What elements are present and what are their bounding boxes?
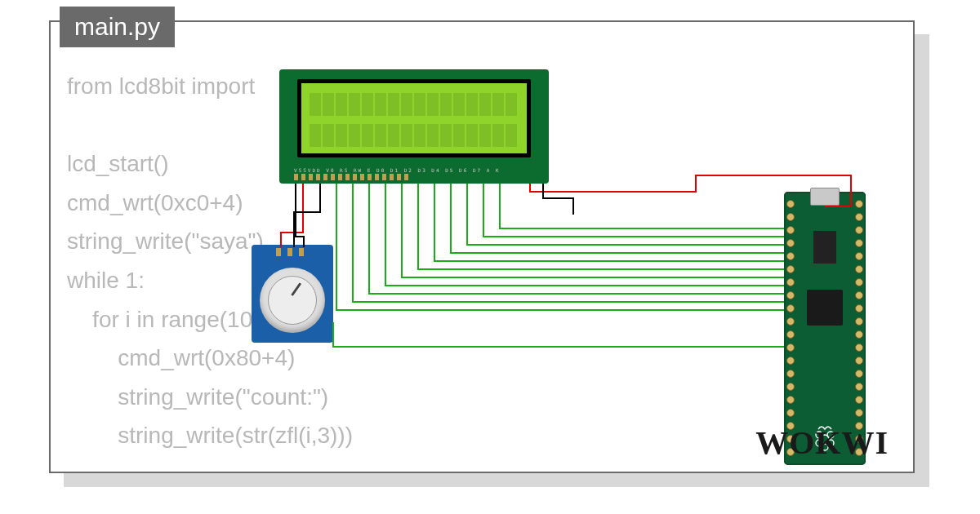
preview-card: from lcd8bit import lcd_start() cmd_wrt(… xyxy=(49,20,915,473)
lcd-pin-labels: VSSVDD V0 RS RW E D0 D1 D2 D3 D4 D5 D6 D… xyxy=(294,167,501,173)
lcd-screen xyxy=(297,79,531,157)
pico-pins-left xyxy=(786,200,795,456)
lcd-row-1 xyxy=(310,93,517,116)
lcd-pin-row xyxy=(294,174,408,180)
lcd-module[interactable]: VSSVDD V0 RS RW E D0 D1 D2 D3 D4 D5 D6 D… xyxy=(279,69,549,184)
pot-pins xyxy=(276,248,304,256)
pico-flash-chip xyxy=(813,231,836,264)
pico-rp2040-chip xyxy=(807,290,843,326)
file-tab[interactable]: main.py xyxy=(60,7,175,47)
pot-knob[interactable] xyxy=(268,276,317,325)
pico-pins-right xyxy=(855,200,863,456)
potentiometer-module[interactable] xyxy=(252,245,333,343)
pico-usb-port xyxy=(810,188,840,206)
circuit-diagram[interactable]: VSSVDD V0 RS RW E D0 D1 D2 D3 D4 D5 D6 D… xyxy=(238,69,875,453)
wokwi-logo: WOKWI xyxy=(755,423,889,462)
lcd-row-2 xyxy=(310,124,517,147)
